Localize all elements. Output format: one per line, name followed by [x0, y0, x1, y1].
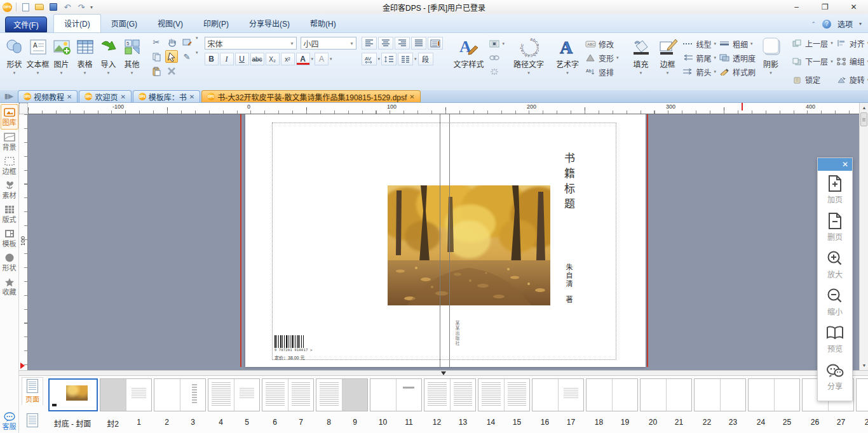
thumbnail-page[interactable]: [749, 379, 774, 411]
distribute-icon[interactable]: [428, 37, 443, 50]
sidebar-item-material[interactable]: 素材: [1, 178, 18, 202]
line-type-button[interactable]: 线型▾: [682, 37, 717, 51]
thumbnail-page[interactable]: [666, 379, 691, 411]
sidebar-item-shape[interactable]: 形状: [1, 250, 18, 274]
thumbnail-page[interactable]: [208, 379, 234, 411]
sidebar-item-layout[interactable]: 版式: [1, 202, 18, 226]
menu-tab-share-export[interactable]: 分享导出(S): [239, 15, 300, 32]
scroll-down-icon[interactable]: ▼: [860, 361, 868, 369]
sidebar-item-background[interactable]: 背景: [1, 130, 18, 154]
insert-textbox-button[interactable]: A 文本框▾: [26, 36, 50, 76]
customize-toolbar-caret-icon[interactable]: ▾: [90, 4, 93, 10]
menu-file[interactable]: 文件(F): [5, 17, 47, 32]
collapse-ribbon-icon[interactable]: ⌃: [811, 21, 816, 27]
redo-icon[interactable]: ↷: [76, 2, 86, 12]
doc-tab-template-library[interactable]: DPS 模板库：书 ✕: [133, 90, 200, 102]
zoom-in-button[interactable]: 放大: [818, 246, 852, 283]
shadow-button[interactable]: 阴影▾: [757, 36, 785, 76]
close-tab-icon[interactable]: ✕: [67, 93, 72, 100]
undo-icon[interactable]: ↶: [62, 2, 72, 12]
thumbnail-page[interactable]: [478, 379, 504, 411]
text-wrap-icon[interactable]: [489, 39, 500, 49]
columns-button[interactable]: [398, 53, 413, 65]
spread-list-tab[interactable]: [22, 406, 43, 433]
border-button[interactable]: 边框▾: [654, 36, 681, 76]
bold-button[interactable]: B: [205, 53, 219, 65]
cover-photo[interactable]: [388, 185, 550, 305]
thumbnail-page[interactable]: [50, 380, 97, 410]
thumbnail-page[interactable]: [558, 379, 583, 411]
paste-icon[interactable]: [150, 65, 163, 77]
options-menu[interactable]: 选项: [837, 18, 853, 29]
menu-tab-print[interactable]: 印刷(P): [193, 15, 239, 32]
delete-page-button[interactable]: 删页: [818, 208, 852, 246]
sidebar-item-favorites[interactable]: 收藏: [1, 274, 18, 298]
close-button[interactable]: ✕: [839, 1, 868, 14]
page-thumbnail[interactable]: 1617: [532, 378, 584, 429]
thumbnail-page[interactable]: [450, 379, 475, 411]
zoom-out-button[interactable]: 缩小: [818, 283, 852, 321]
delete-icon[interactable]: [165, 65, 178, 77]
thumbnail-page[interactable]: [262, 379, 288, 411]
italic-button[interactable]: I: [220, 53, 234, 65]
insert-picture-button[interactable]: 图片▾: [50, 36, 73, 76]
new-document-icon[interactable]: [20, 2, 31, 12]
thumbnail-page[interactable]: [612, 379, 637, 411]
lock-button[interactable]: 锁定: [791, 73, 833, 87]
word-art-button[interactable]: A 艺术字▾: [552, 36, 583, 76]
horizontal-ruler[interactable]: -100 0 100 200 300 400: [28, 103, 859, 114]
scroll-thumb[interactable]: [860, 112, 867, 126]
strikethrough-button[interactable]: abc: [250, 53, 264, 65]
horizontal-scrollbar[interactable]: [19, 370, 868, 376]
bring-forward-button[interactable]: 上一层▾: [791, 36, 833, 50]
arrow-head-button[interactable]: 箭头▾: [682, 65, 717, 79]
import-button[interactable]: 导入▾: [97, 36, 120, 76]
page-thumbnail[interactable]: 89: [316, 378, 368, 429]
menu-tab-help[interactable]: 帮助(H): [300, 15, 346, 32]
sidebar-item-gallery[interactable]: 图库: [1, 104, 18, 130]
vertical-scrollbar[interactable]: ▲ ▼: [859, 103, 868, 370]
insert-table-button[interactable]: 表格▾: [73, 36, 97, 76]
doc-tab-welcome[interactable]: DPS 欢迎页 ✕: [79, 90, 131, 102]
thumbnail-page[interactable]: [641, 379, 666, 411]
copy-icon[interactable]: [150, 50, 163, 63]
page-thumbnail[interactable]: 2021: [640, 378, 692, 429]
underline-button[interactable]: U: [235, 53, 249, 65]
insert-other-button[interactable]: 5 其他▾: [120, 36, 144, 76]
page-thumbnail[interactable]: 2829: [856, 378, 868, 429]
cut-icon[interactable]: ✂: [150, 36, 163, 48]
thumbnail-page[interactable]: [100, 379, 126, 411]
page-thumbnail[interactable]: 2425: [748, 378, 800, 429]
thumbnail-page[interactable]: [126, 379, 151, 411]
style-brush-button[interactable]: 样式刷: [719, 65, 756, 79]
thumbnail-page[interactable]: [234, 379, 259, 411]
share-button[interactable]: 分享: [818, 358, 852, 396]
page-thumbnail[interactable]: 23: [154, 378, 206, 429]
line-spacing-button[interactable]: [381, 53, 397, 65]
draw-pen-icon[interactable]: ✎: [180, 50, 193, 63]
preview-button[interactable]: 预览: [818, 321, 852, 358]
font-color-button[interactable]: A: [296, 53, 310, 65]
thumbnail-page[interactable]: [532, 379, 558, 411]
doc-tab-video-tutorial[interactable]: DPS 视频教程 ✕: [18, 90, 78, 102]
thumbnail-page[interactable]: [288, 379, 313, 411]
transform-button[interactable]: 变形▾: [585, 51, 619, 65]
char-spacing-button[interactable]: AV: [362, 53, 377, 65]
arrow-tail-button[interactable]: 箭尾▾: [682, 51, 717, 65]
vertical-text-button[interactable]: Ab竖排: [585, 65, 619, 79]
save-icon[interactable]: [48, 2, 58, 12]
vertical-ruler[interactable]: 100: [19, 114, 28, 370]
pan-hand-icon[interactable]: [165, 36, 178, 48]
align-justify-icon[interactable]: [411, 37, 426, 50]
barcode-block[interactable]: 9 787201 910017 > 定价：38.00 元: [275, 335, 313, 361]
menu-tab-view[interactable]: 视图(V): [147, 15, 193, 32]
thumbnail-page[interactable]: [504, 379, 529, 411]
align-left-icon[interactable]: [362, 37, 377, 50]
page-thumbnail[interactable]: 45: [208, 378, 260, 429]
page-thumbnail[interactable]: 1819: [586, 378, 638, 429]
rotate-button[interactable]: 旋转▾: [836, 73, 868, 87]
send-backward-button[interactable]: 下一层▾: [791, 55, 833, 69]
image-edit-icon[interactable]: [180, 36, 193, 48]
maximize-button[interactable]: ❐: [811, 1, 839, 14]
thumbnail-page[interactable]: [587, 379, 612, 411]
